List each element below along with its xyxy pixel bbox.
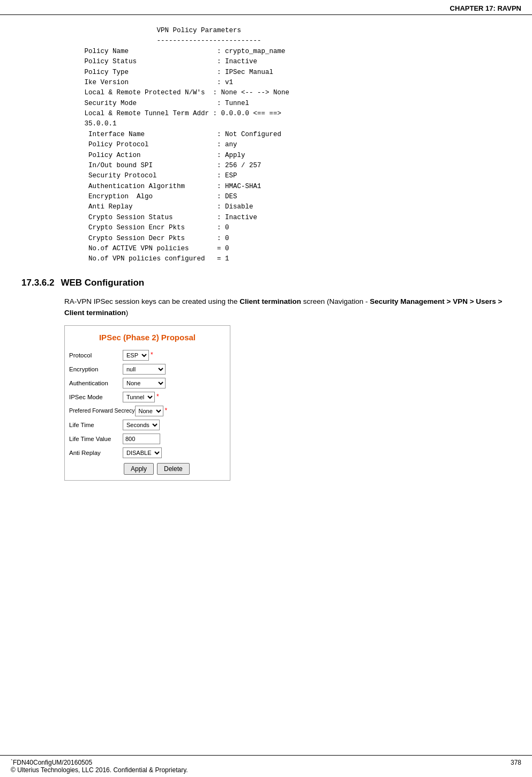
- lifetime-select[interactable]: Seconds: [123, 420, 160, 430]
- lifetime-value-label: Life Time Value: [69, 434, 123, 444]
- authentication-label: Authentication: [69, 378, 123, 388]
- form-title: IPSec (Phase 2) Proposal: [65, 326, 230, 348]
- form-row-protocol: Protocol ESP *: [65, 348, 230, 362]
- body-text-2: screen (Navigation -: [301, 297, 370, 305]
- ipsec-form: IPSec (Phase 2) Proposal Protocol ESP * …: [64, 325, 230, 481]
- code-line-19: Crypto Session Status : Inactive: [64, 213, 511, 223]
- ipsec-mode-value: Tunnel *: [123, 392, 159, 402]
- form-buttons: Apply Delete: [65, 460, 230, 480]
- form-row-pfs: Prefered Forward Secrecy None *: [65, 404, 230, 418]
- form-row-ipsec-mode: IPSec Mode Tunnel *: [65, 390, 230, 404]
- page-footer: `FDN40ConfigUM/20160505 © Ulterius Techn…: [0, 755, 532, 777]
- code-line-5: Policy Type : IPSec Manual: [64, 68, 511, 78]
- lifetime-value-input-container: [123, 434, 160, 444]
- delete-button[interactable]: Delete: [157, 463, 190, 475]
- code-line-14: In/Out bound SPI : 256 / 257: [64, 161, 511, 171]
- footer-page-number: 378: [511, 759, 521, 774]
- body-text-1: RA-VPN IPSec session keys can be created…: [64, 297, 239, 305]
- code-line-17: Encryption Algo : DES: [64, 192, 511, 202]
- ipsec-mode-select[interactable]: Tunnel: [123, 392, 155, 402]
- page-header: CHAPTER 17: RAVPN: [0, 0, 532, 15]
- code-line-8: Security Mode : Tunnel: [64, 99, 511, 109]
- code-line-6: Ike Version : v1: [64, 78, 511, 88]
- ipsec-mode-label: IPSec Mode: [69, 392, 123, 402]
- code-line-21: Crypto Session Decr Pkts : 0: [64, 234, 511, 244]
- body-bold-1: Client termination: [239, 297, 301, 305]
- footer-doc-id: `FDN40ConfigUM/20160505: [11, 759, 92, 766]
- section-number: 17.3.6.2: [21, 278, 54, 288]
- code-line-11: Interface Name : Not Configured: [64, 130, 511, 140]
- anti-replay-select[interactable]: DISABLE: [123, 447, 162, 458]
- protocol-required: *: [151, 350, 153, 360]
- anti-replay-value: DISABLE: [123, 447, 162, 458]
- form-row-encryption: Encryption null: [65, 362, 230, 376]
- pfs-value: None *: [135, 406, 168, 416]
- form-row-lifetime: Life Time Seconds: [65, 418, 230, 432]
- encryption-select[interactable]: null: [123, 364, 166, 375]
- lifetime-value-input[interactable]: [123, 434, 160, 444]
- protocol-select[interactable]: ESP: [123, 350, 149, 361]
- lifetime-label: Life Time: [69, 420, 123, 430]
- protocol-label: Protocol: [69, 350, 123, 360]
- ipsec-mode-required: *: [156, 392, 159, 402]
- code-block: VPN Policy Parameters ------------------…: [21, 26, 511, 265]
- form-row-authentication: Authentication None: [65, 376, 230, 390]
- section-body: RA-VPN IPSec session keys can be created…: [21, 296, 511, 481]
- code-line-7: Local & Remote Protected N/W's : None <-…: [64, 88, 511, 98]
- lifetime-value: Seconds: [123, 420, 160, 430]
- footer-copyright: © Ulterius Technologies, LLC 2016. Confi…: [11, 766, 188, 774]
- code-line-12: Policy Protocol : any: [64, 140, 511, 150]
- code-line-23: No.of VPN policies configured = 1: [64, 254, 511, 264]
- chapter-title: CHAPTER 17: RAVPN: [450, 4, 521, 12]
- form-row-lifetime-value: Life Time Value: [65, 432, 230, 446]
- code-line-10: 35.0.0.1: [64, 119, 511, 129]
- code-line-2: --------------------------: [64, 36, 511, 46]
- protocol-value: ESP *: [123, 350, 153, 361]
- apply-button[interactable]: Apply: [124, 463, 154, 475]
- code-line-20: Crypto Session Encr Pkts : 0: [64, 223, 511, 233]
- pfs-label: Prefered Forward Secrecy: [69, 406, 135, 415]
- authentication-value: None: [123, 378, 166, 388]
- authentication-select[interactable]: None: [123, 378, 166, 388]
- code-line-3: Policy Name : crypto_map_name: [64, 47, 511, 57]
- code-line-15: Security Protocol : ESP: [64, 171, 511, 181]
- code-line-13: Policy Action : Apply: [64, 151, 511, 161]
- form-row-anti-replay: Anti Replay DISABLE: [65, 446, 230, 460]
- section-heading: 17.3.6.2 WEB Configuration: [21, 278, 511, 288]
- footer-left: `FDN40ConfigUM/20160505 © Ulterius Techn…: [11, 759, 188, 774]
- code-line-9: Local & Remote Tunnel Term Addr : 0.0.0.…: [64, 109, 511, 119]
- body-text-3: ): [126, 309, 129, 317]
- pfs-select[interactable]: None: [135, 406, 163, 416]
- code-line-1: VPN Policy Parameters: [64, 26, 511, 36]
- code-line-16: Authentication Algorithm : HMAC-SHA1: [64, 182, 511, 192]
- pfs-required: *: [165, 406, 168, 416]
- page-content: VPN Policy Parameters ------------------…: [0, 15, 532, 491]
- encryption-label: Encryption: [69, 364, 123, 374]
- section-title: WEB Configuration: [61, 278, 144, 288]
- code-line-4: Policy Status : Inactive: [64, 57, 511, 67]
- encryption-value: null: [123, 364, 166, 375]
- section-paragraph: RA-VPN IPSec session keys can be created…: [64, 296, 511, 319]
- code-line-18: Anti Replay : Disable: [64, 202, 511, 212]
- code-line-22: No.of ACTIVE VPN policies = 0: [64, 244, 511, 254]
- anti-replay-label: Anti Replay: [69, 448, 123, 458]
